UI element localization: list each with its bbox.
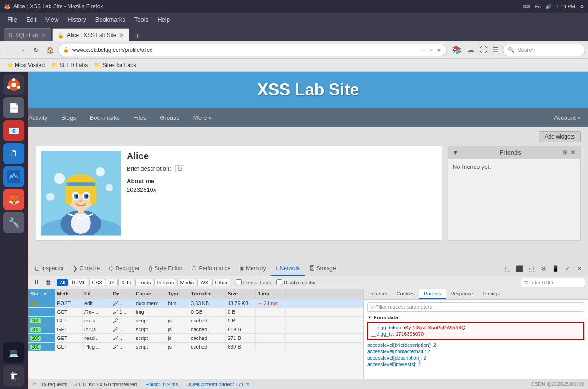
bookmark-sites-labs[interactable]: 📁 Sites for Labs [91,61,139,69]
cell-transfer: 0 GB [189,308,226,316]
nav-activity[interactable]: Activity [28,114,47,121]
col-header-type[interactable]: Type [166,289,189,299]
sidebar-terminal-icon[interactable]: 💻 [3,342,24,363]
devtools-close[interactable]: ✕ [574,264,584,274]
filter-images[interactable]: Images [154,279,176,286]
detail-tab-cookies[interactable]: Cookies [392,289,420,299]
detail-tab-params[interactable]: Params [419,289,446,299]
url-bar[interactable]: 🔒 www.xsslabelgg.com/profile/alice ··· ☆… [58,44,447,56]
account-link[interactable]: Account » [554,114,581,121]
devtool-tab-console[interactable]: ❯ Console [68,261,104,276]
sidebar-email-icon[interactable]: 📧 [3,120,24,141]
disable-cache-checkbox[interactable]: Disable cache [276,279,315,285]
filter-urls-input[interactable] [521,278,585,287]
devtool-tab-storage[interactable]: 🗄 Storage [305,261,341,276]
cell-file: Plugi... [83,343,111,351]
devtools-popout[interactable]: ⤢ [562,264,572,274]
nav-bookmarks[interactable]: Bookmarks [90,114,120,121]
friends-gear-icon[interactable]: ⚙ [562,149,568,156]
devtools-dock-right[interactable]: ⬚ [526,264,537,274]
nav-files[interactable]: Files [134,114,146,121]
col-header-size[interactable]: Size [226,289,256,299]
devtools-dock-bottom[interactable]: ⬛ [515,264,525,274]
devtools-responsive[interactable]: 📱 [550,264,560,274]
add-widgets-button[interactable]: Add widgets [539,131,581,142]
detail-tab-headers[interactable]: Headers [364,289,392,299]
sqli-tab-close[interactable]: ✕ [41,32,46,39]
persist-logs-checkbox[interactable]: Persist Logs [236,279,271,285]
filter-html[interactable]: HTML [69,279,88,286]
fullscreen-icon[interactable]: ⛶ [478,45,489,55]
col-header-file[interactable]: Fil [83,289,111,299]
sidebar-trash-icon[interactable]: 🗑 [3,365,24,386]
back-button[interactable]: ← [3,44,15,56]
menu-help[interactable]: Help [154,15,174,24]
bookmark-seed-labs[interactable]: 📁 SEED Labs [48,61,90,69]
table-row[interactable]: 200 GET Plugi... 🖋 ... script js cached … [28,343,363,351]
devtool-tab-performance[interactable]: ⏱ Performance [187,261,235,276]
menu-view[interactable]: View [42,15,62,24]
table-row[interactable]: 200 GET init.js 🖋 ... script js cached 6… [28,325,363,334]
forward-button[interactable]: → [17,44,28,56]
tab-xss[interactable]: 🔒 Alice : XSS Lab Site ✕ [52,28,129,41]
nav-more[interactable]: More » [193,114,212,121]
table-row[interactable]: 200 GET en.js 🖋 ... script js cached 0 B [28,317,363,325]
devtool-tab-network[interactable]: ↕ Network [271,261,305,276]
menu-tools[interactable]: Tools [131,15,152,24]
menu-file[interactable]: File [4,15,21,24]
devtools-settings[interactable]: ⚙ [538,264,549,274]
menu-icon[interactable]: ☰ [491,44,501,55]
menu-history[interactable]: History [64,15,90,24]
detail-tab-response[interactable]: Response [446,289,478,299]
bookmark-most-visited[interactable]: ⭐ Most Visited [4,61,47,69]
main-layout: 📄 📧 🗒 🦊 🔧 💻 🗑 XSS Lab Site [0,72,588,389]
sidebar-wrench-icon[interactable]: 🔧 [3,212,24,233]
reload-button[interactable]: ↻ [30,44,42,56]
filter-all[interactable]: All [57,279,68,286]
devtools-dock-left[interactable]: ⬚ [503,264,513,274]
col-header-transfer[interactable]: Transfer... [189,289,226,299]
new-tab-button[interactable]: + [132,32,143,41]
network-pause[interactable]: ⏸ [31,278,41,288]
filter-js[interactable]: JS [106,279,118,286]
table-row[interactable]: 200 GET read... 🖋 ... script js cached 2… [28,334,363,343]
menu-edit[interactable]: Edit [22,15,40,24]
tab-sqli[interactable]: S SQLi Lab ✕ [4,28,51,41]
col-header-cause[interactable]: Cause [134,289,166,299]
sidebar-notes-icon[interactable]: 🗒 [3,143,24,164]
sync-icon[interactable]: ☁ [465,44,476,55]
col-header-time[interactable]: 0 ms [256,289,286,299]
col-header-method[interactable]: Meth... [55,289,83,299]
menu-bookmarks[interactable]: Bookmarks [92,15,129,24]
xss-tab-close[interactable]: ✕ [119,32,124,39]
filter-other[interactable]: Other [212,279,230,286]
detail-tab-timings[interactable]: Timings [478,289,504,299]
search-bar[interactable]: 🔍 Search [503,44,585,56]
sidebar-files-icon[interactable]: 📄 [3,97,24,118]
filter-ws[interactable]: WS [197,279,211,286]
sidebar-wireshark-icon[interactable] [3,166,24,187]
filter-xhr[interactable]: XHR [118,279,134,286]
home-button[interactable]: 🏠 [44,44,56,56]
filter-css[interactable]: CSS [89,279,105,286]
table-row[interactable]: 302 POST edit 🖋... document html 3.83 KB… [28,299,363,308]
table-row[interactable]: GET /?c=... 🖋 1... img 0 GB 0 B [28,308,363,317]
devtool-tab-debugger[interactable]: ⬡ Debugger [104,261,144,276]
sidebar-ubuntu-icon[interactable] [3,74,24,95]
filter-media[interactable]: Media [177,279,196,286]
devtool-tab-inspector[interactable]: ◻ Inspector [30,261,68,276]
filter-fonts[interactable]: Fonts [135,279,154,286]
nav-groups[interactable]: Groups [160,114,179,121]
bookmarks-icon[interactable]: 📚 [450,44,463,55]
devtool-tab-memory[interactable]: ◉ Memory [235,261,270,276]
col-header-domain[interactable]: Dc [111,289,134,299]
nav-blogs[interactable]: Blogs [61,114,76,121]
network-clear[interactable]: 🗑 [43,278,53,288]
sb-dom-loaded: DOMContentLoaded: 171 m [186,382,250,387]
col-header-status[interactable]: Sta... ▾ [28,289,55,299]
sidebar-firefox-icon[interactable]: 🦊 [3,189,24,210]
friends-close-icon[interactable]: ✕ [571,149,576,156]
filter-params[interactable]: ▽ Filter request parameters [367,302,584,312]
edit-desc-icon[interactable]: 🖼 [175,165,184,172]
devtool-tab-style-editor[interactable]: {} Style Editor [144,261,187,276]
